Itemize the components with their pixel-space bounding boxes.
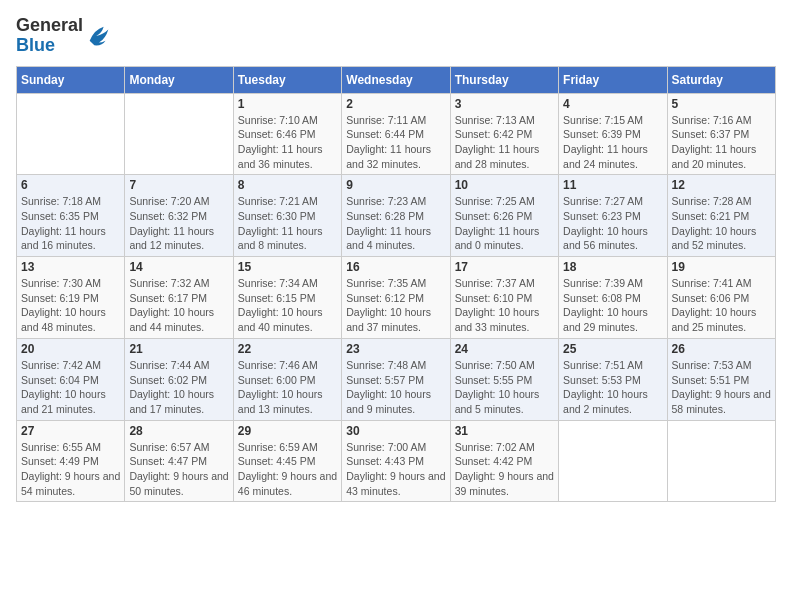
weekday-header-monday: Monday (125, 66, 233, 93)
day-number: 24 (455, 342, 554, 356)
day-info: Sunrise: 7:44 AM Sunset: 6:02 PM Dayligh… (129, 358, 228, 417)
day-number: 6 (21, 178, 120, 192)
day-number: 3 (455, 97, 554, 111)
day-info: Sunrise: 7:30 AM Sunset: 6:19 PM Dayligh… (21, 276, 120, 335)
day-info: Sunrise: 7:42 AM Sunset: 6:04 PM Dayligh… (21, 358, 120, 417)
day-number: 5 (672, 97, 771, 111)
calendar-cell: 3Sunrise: 7:13 AM Sunset: 6:42 PM Daylig… (450, 93, 558, 175)
calendar-cell: 11Sunrise: 7:27 AM Sunset: 6:23 PM Dayli… (559, 175, 667, 257)
calendar-cell: 10Sunrise: 7:25 AM Sunset: 6:26 PM Dayli… (450, 175, 558, 257)
calendar-cell: 18Sunrise: 7:39 AM Sunset: 6:08 PM Dayli… (559, 257, 667, 339)
calendar-cell: 4Sunrise: 7:15 AM Sunset: 6:39 PM Daylig… (559, 93, 667, 175)
calendar-cell: 26Sunrise: 7:53 AM Sunset: 5:51 PM Dayli… (667, 338, 775, 420)
day-number: 28 (129, 424, 228, 438)
day-info: Sunrise: 7:13 AM Sunset: 6:42 PM Dayligh… (455, 113, 554, 172)
weekday-header-saturday: Saturday (667, 66, 775, 93)
day-number: 11 (563, 178, 662, 192)
week-row-1: 1Sunrise: 7:10 AM Sunset: 6:46 PM Daylig… (17, 93, 776, 175)
day-info: Sunrise: 7:35 AM Sunset: 6:12 PM Dayligh… (346, 276, 445, 335)
day-number: 8 (238, 178, 337, 192)
day-number: 23 (346, 342, 445, 356)
weekday-header-tuesday: Tuesday (233, 66, 341, 93)
day-number: 18 (563, 260, 662, 274)
calendar-cell: 19Sunrise: 7:41 AM Sunset: 6:06 PM Dayli… (667, 257, 775, 339)
day-number: 20 (21, 342, 120, 356)
calendar-cell: 29Sunrise: 6:59 AM Sunset: 4:45 PM Dayli… (233, 420, 341, 502)
calendar-cell: 13Sunrise: 7:30 AM Sunset: 6:19 PM Dayli… (17, 257, 125, 339)
calendar-cell: 28Sunrise: 6:57 AM Sunset: 4:47 PM Dayli… (125, 420, 233, 502)
weekday-header-wednesday: Wednesday (342, 66, 450, 93)
day-info: Sunrise: 6:55 AM Sunset: 4:49 PM Dayligh… (21, 440, 120, 499)
calendar-cell: 2Sunrise: 7:11 AM Sunset: 6:44 PM Daylig… (342, 93, 450, 175)
day-number: 7 (129, 178, 228, 192)
calendar-cell: 23Sunrise: 7:48 AM Sunset: 5:57 PM Dayli… (342, 338, 450, 420)
calendar-cell: 14Sunrise: 7:32 AM Sunset: 6:17 PM Dayli… (125, 257, 233, 339)
day-number: 31 (455, 424, 554, 438)
day-info: Sunrise: 7:39 AM Sunset: 6:08 PM Dayligh… (563, 276, 662, 335)
day-number: 27 (21, 424, 120, 438)
calendar-cell: 17Sunrise: 7:37 AM Sunset: 6:10 PM Dayli… (450, 257, 558, 339)
calendar-cell (559, 420, 667, 502)
weekday-header-friday: Friday (559, 66, 667, 93)
day-info: Sunrise: 7:11 AM Sunset: 6:44 PM Dayligh… (346, 113, 445, 172)
calendar-cell (667, 420, 775, 502)
calendar-cell: 25Sunrise: 7:51 AM Sunset: 5:53 PM Dayli… (559, 338, 667, 420)
week-row-3: 13Sunrise: 7:30 AM Sunset: 6:19 PM Dayli… (17, 257, 776, 339)
calendar-cell: 20Sunrise: 7:42 AM Sunset: 6:04 PM Dayli… (17, 338, 125, 420)
week-row-5: 27Sunrise: 6:55 AM Sunset: 4:49 PM Dayli… (17, 420, 776, 502)
day-info: Sunrise: 7:02 AM Sunset: 4:42 PM Dayligh… (455, 440, 554, 499)
week-row-4: 20Sunrise: 7:42 AM Sunset: 6:04 PM Dayli… (17, 338, 776, 420)
day-number: 25 (563, 342, 662, 356)
day-number: 16 (346, 260, 445, 274)
day-info: Sunrise: 7:21 AM Sunset: 6:30 PM Dayligh… (238, 194, 337, 253)
calendar-cell (125, 93, 233, 175)
day-info: Sunrise: 7:23 AM Sunset: 6:28 PM Dayligh… (346, 194, 445, 253)
calendar-cell: 24Sunrise: 7:50 AM Sunset: 5:55 PM Dayli… (450, 338, 558, 420)
calendar-cell: 6Sunrise: 7:18 AM Sunset: 6:35 PM Daylig… (17, 175, 125, 257)
week-row-2: 6Sunrise: 7:18 AM Sunset: 6:35 PM Daylig… (17, 175, 776, 257)
calendar-cell: 16Sunrise: 7:35 AM Sunset: 6:12 PM Dayli… (342, 257, 450, 339)
day-number: 14 (129, 260, 228, 274)
calendar-cell: 27Sunrise: 6:55 AM Sunset: 4:49 PM Dayli… (17, 420, 125, 502)
day-number: 12 (672, 178, 771, 192)
day-info: Sunrise: 7:46 AM Sunset: 6:00 PM Dayligh… (238, 358, 337, 417)
day-info: Sunrise: 6:57 AM Sunset: 4:47 PM Dayligh… (129, 440, 228, 499)
calendar-cell: 8Sunrise: 7:21 AM Sunset: 6:30 PM Daylig… (233, 175, 341, 257)
weekday-header-thursday: Thursday (450, 66, 558, 93)
day-info: Sunrise: 7:53 AM Sunset: 5:51 PM Dayligh… (672, 358, 771, 417)
calendar-cell: 21Sunrise: 7:44 AM Sunset: 6:02 PM Dayli… (125, 338, 233, 420)
day-info: Sunrise: 7:28 AM Sunset: 6:21 PM Dayligh… (672, 194, 771, 253)
day-number: 13 (21, 260, 120, 274)
day-number: 21 (129, 342, 228, 356)
page-header: General Blue (16, 16, 776, 56)
day-number: 15 (238, 260, 337, 274)
calendar-cell: 30Sunrise: 7:00 AM Sunset: 4:43 PM Dayli… (342, 420, 450, 502)
logo-general: General (16, 15, 83, 35)
day-number: 10 (455, 178, 554, 192)
calendar-table: SundayMondayTuesdayWednesdayThursdayFrid… (16, 66, 776, 503)
day-info: Sunrise: 7:50 AM Sunset: 5:55 PM Dayligh… (455, 358, 554, 417)
day-number: 1 (238, 97, 337, 111)
day-info: Sunrise: 7:15 AM Sunset: 6:39 PM Dayligh… (563, 113, 662, 172)
calendar-cell: 5Sunrise: 7:16 AM Sunset: 6:37 PM Daylig… (667, 93, 775, 175)
day-info: Sunrise: 7:10 AM Sunset: 6:46 PM Dayligh… (238, 113, 337, 172)
calendar-cell: 9Sunrise: 7:23 AM Sunset: 6:28 PM Daylig… (342, 175, 450, 257)
day-info: Sunrise: 7:32 AM Sunset: 6:17 PM Dayligh… (129, 276, 228, 335)
day-info: Sunrise: 7:00 AM Sunset: 4:43 PM Dayligh… (346, 440, 445, 499)
day-info: Sunrise: 6:59 AM Sunset: 4:45 PM Dayligh… (238, 440, 337, 499)
day-number: 4 (563, 97, 662, 111)
day-number: 22 (238, 342, 337, 356)
day-number: 30 (346, 424, 445, 438)
logo: General Blue (16, 16, 113, 56)
calendar-cell (17, 93, 125, 175)
day-number: 17 (455, 260, 554, 274)
calendar-cell: 22Sunrise: 7:46 AM Sunset: 6:00 PM Dayli… (233, 338, 341, 420)
calendar-cell: 1Sunrise: 7:10 AM Sunset: 6:46 PM Daylig… (233, 93, 341, 175)
day-info: Sunrise: 7:41 AM Sunset: 6:06 PM Dayligh… (672, 276, 771, 335)
day-number: 29 (238, 424, 337, 438)
calendar-cell: 7Sunrise: 7:20 AM Sunset: 6:32 PM Daylig… (125, 175, 233, 257)
logo-bird-icon (85, 22, 113, 50)
day-number: 2 (346, 97, 445, 111)
day-info: Sunrise: 7:37 AM Sunset: 6:10 PM Dayligh… (455, 276, 554, 335)
day-number: 9 (346, 178, 445, 192)
